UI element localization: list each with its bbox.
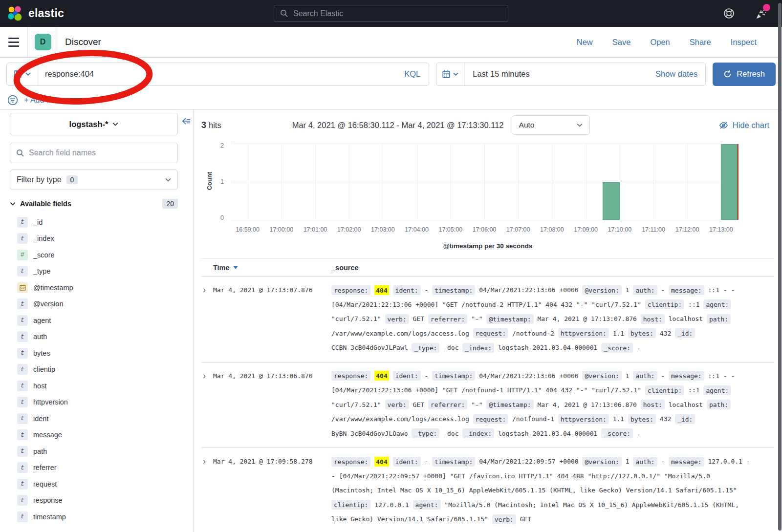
menu-toggle-button[interactable] bbox=[0, 27, 28, 57]
x-tick-label: 17:02:00 bbox=[337, 226, 361, 233]
source-value: _doc bbox=[443, 344, 458, 351]
y-tick-label: 0 bbox=[220, 214, 224, 221]
x-tick-label: 17:09:00 bbox=[574, 226, 598, 233]
show-dates-button[interactable]: Show dates bbox=[648, 69, 705, 79]
source-value: 1 bbox=[626, 286, 630, 294]
source-value: 1 bbox=[626, 458, 630, 465]
filter-by-type-select[interactable]: Filter by type 0 bbox=[10, 170, 178, 190]
source-value: - bbox=[661, 286, 665, 294]
row-timestamp: Mar 4, 2021 @ 17:09:58.278 bbox=[213, 454, 331, 468]
field-item-agent[interactable]: tagent bbox=[10, 313, 178, 328]
highlighted-value: 404 bbox=[374, 457, 389, 467]
field-item-referrer[interactable]: treferrer bbox=[10, 460, 178, 475]
date-picker-button[interactable] bbox=[436, 63, 465, 85]
x-tick-label: 16:59:00 bbox=[236, 226, 260, 233]
field-item--id[interactable]: t_id bbox=[10, 214, 178, 230]
field-item--index[interactable]: t_index bbox=[10, 231, 178, 246]
field-item-message[interactable]: tmessage bbox=[10, 427, 178, 443]
fields-sidebar: logstash-* Search field names Filter by … bbox=[0, 110, 194, 532]
elastic-logo[interactable]: elastic bbox=[0, 5, 64, 22]
field-item-bytes[interactable]: tbytes bbox=[10, 345, 178, 361]
source-field-name: _id: bbox=[675, 414, 695, 424]
field-item--version[interactable]: t@version bbox=[10, 297, 178, 312]
field-item-timestamp[interactable]: ttimestamp bbox=[10, 509, 178, 524]
table-row: ›Mar 4, 2021 @ 17:09:58.278response: 404… bbox=[201, 448, 774, 532]
histogram-bar[interactable] bbox=[721, 144, 738, 220]
save-query-icon bbox=[14, 70, 22, 78]
source-field-name: response: bbox=[331, 371, 370, 381]
field-item-response[interactable]: tresponse bbox=[10, 493, 178, 508]
scrollbar[interactable] bbox=[778, 3, 782, 531]
source-field-name: agent: bbox=[413, 500, 441, 510]
source-field-name: httpversion: bbox=[558, 328, 609, 338]
collapse-sidebar-icon[interactable] bbox=[182, 118, 191, 125]
chevron-down-icon bbox=[112, 122, 118, 126]
source-field-name: _type: bbox=[412, 343, 439, 353]
search-fields-input[interactable]: Search field names bbox=[10, 143, 178, 163]
field-name: _score bbox=[33, 251, 55, 259]
time-column-header[interactable]: Time bbox=[213, 264, 331, 272]
source-field-name: auth: bbox=[633, 285, 657, 295]
saved-query-menu-button[interactable] bbox=[7, 63, 38, 85]
available-fields-header[interactable]: Available fields 20 bbox=[10, 199, 178, 209]
newsfeed-icon[interactable] bbox=[755, 7, 767, 20]
query-language-button[interactable]: KQL bbox=[396, 69, 429, 79]
field-name: _index bbox=[33, 234, 54, 242]
save-button[interactable]: Save bbox=[612, 38, 631, 47]
expand-row-button[interactable]: › bbox=[201, 369, 213, 383]
field-item--score[interactable]: #_score bbox=[10, 247, 178, 262]
string-field-icon: t bbox=[17, 446, 28, 457]
field-item-path[interactable]: tpath bbox=[10, 444, 178, 459]
string-field-icon: t bbox=[17, 462, 28, 473]
field-name: path bbox=[33, 447, 47, 455]
open-button[interactable]: Open bbox=[650, 38, 670, 47]
filter-menu-icon[interactable] bbox=[7, 95, 18, 106]
histogram-interval-select[interactable]: Auto bbox=[512, 115, 590, 135]
hide-chart-button[interactable]: Hide chart bbox=[719, 121, 769, 130]
highlighted-value: 404 bbox=[374, 285, 389, 295]
field-item--type[interactable]: t_type bbox=[10, 264, 178, 279]
expand-row-button[interactable]: › bbox=[201, 283, 213, 297]
field-name: response bbox=[33, 496, 63, 504]
histogram-bar[interactable] bbox=[603, 182, 620, 220]
field-name: message bbox=[33, 431, 62, 439]
help-icon[interactable] bbox=[722, 7, 735, 20]
field-item-ident[interactable]: tident bbox=[10, 411, 178, 426]
field-item-auth[interactable]: tauth bbox=[10, 329, 178, 344]
field-item--timestamp[interactable]: @timestamp bbox=[10, 280, 178, 295]
search-fields-placeholder: Search field names bbox=[29, 149, 96, 157]
new-button[interactable]: New bbox=[577, 38, 593, 47]
source-field-name: path: bbox=[707, 314, 731, 324]
x-tick-label: 17:01:00 bbox=[304, 226, 327, 233]
field-name: httpversion bbox=[33, 398, 68, 406]
string-field-icon: t bbox=[17, 429, 28, 440]
source-field-name: _score: bbox=[601, 343, 633, 353]
source-field-name: verb: bbox=[385, 400, 409, 409]
source-value: GET bbox=[520, 515, 531, 523]
refresh-button[interactable]: Refresh bbox=[713, 63, 776, 86]
chevron-down-icon bbox=[577, 123, 583, 127]
global-search-input[interactable]: Search Elastic bbox=[274, 5, 508, 22]
time-range-value[interactable]: Last 15 minutes bbox=[465, 69, 648, 79]
source-value: CCBN_3cB04dGovJLPawl bbox=[331, 344, 408, 351]
expand-row-button[interactable]: › bbox=[201, 454, 213, 468]
share-button[interactable]: Share bbox=[690, 38, 711, 47]
source-field-name: @version: bbox=[582, 371, 621, 381]
field-item-clientip[interactable]: tclientip bbox=[10, 362, 178, 377]
source-value: 432 bbox=[660, 330, 671, 337]
add-filter-button[interactable]: + Add filter bbox=[24, 96, 61, 105]
source-field-name: auth: bbox=[633, 371, 657, 381]
source-value: 1.1 bbox=[613, 415, 624, 423]
inspect-button[interactable]: Inspect bbox=[731, 38, 757, 47]
notification-badge bbox=[763, 4, 770, 11]
source-value: 1.1 bbox=[613, 330, 624, 337]
source-value: /var/www/example.com/logs/access.log bbox=[331, 415, 469, 423]
source-field-name: @timestamp: bbox=[486, 400, 533, 409]
source-field-name: bytes: bbox=[628, 414, 656, 424]
field-item-host[interactable]: thost bbox=[10, 378, 178, 393]
index-pattern-select[interactable]: logstash-* bbox=[10, 113, 178, 135]
source-value: ::1 bbox=[688, 386, 699, 394]
query-input[interactable]: response:404 bbox=[38, 69, 396, 79]
field-item-httpversion[interactable]: thttpversion bbox=[10, 395, 178, 410]
field-item-request[interactable]: trequest bbox=[10, 476, 178, 491]
